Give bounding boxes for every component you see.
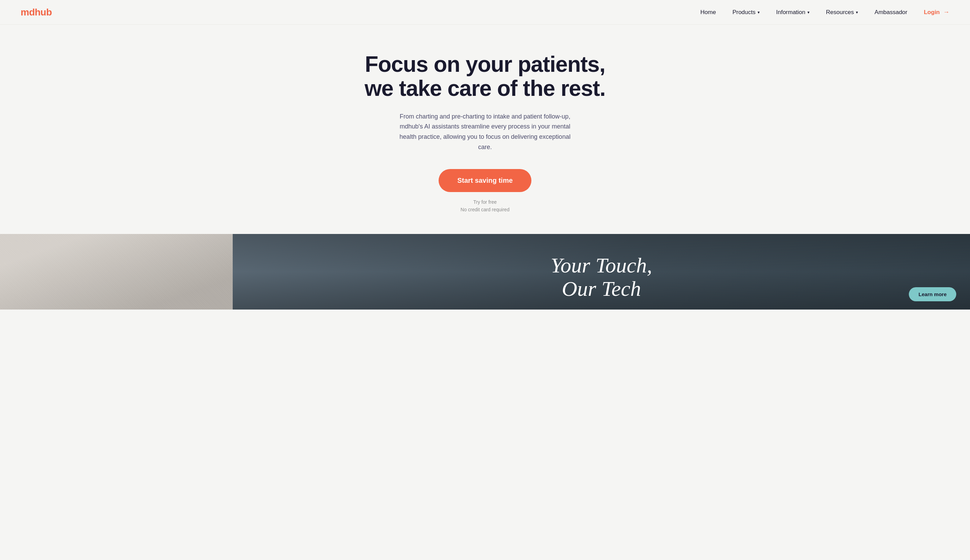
bottom-section: Your Touch, Our Tech Learn more	[0, 234, 970, 310]
hero-section: Focus on your patients, we take care of …	[0, 25, 970, 234]
arrow-right-icon: →	[943, 8, 949, 16]
nav-item-information[interactable]: Information ▾	[776, 9, 810, 16]
chevron-down-icon: ▾	[807, 10, 810, 15]
chevron-down-icon: ▾	[856, 10, 858, 15]
bottom-left-texture	[0, 234, 233, 310]
nav-ambassador-label: Ambassador	[875, 9, 907, 16]
logo[interactable]: mdhub	[21, 7, 52, 18]
bottom-right-image: Your Touch, Our Tech Learn more	[233, 234, 970, 310]
nav-links: Home Products ▾ Information ▾ Resources …	[701, 8, 949, 16]
bottom-title-line2: Our Tech	[562, 277, 641, 300]
nav-home-label: Home	[701, 9, 716, 16]
nav-item-products[interactable]: Products ▾	[733, 9, 760, 16]
hero-title: Focus on your patients, we take care of …	[365, 52, 606, 101]
login-button[interactable]: Login →	[924, 8, 949, 16]
bottom-title-line1: Your Touch,	[551, 253, 652, 277]
nav-item-home[interactable]: Home	[701, 9, 716, 16]
nav-item-ambassador[interactable]: Ambassador	[875, 9, 907, 16]
nav-item-resources[interactable]: Resources ▾	[826, 9, 858, 16]
chevron-down-icon: ▾	[758, 10, 760, 15]
nav-information-label: Information	[776, 9, 805, 16]
nav-products-label: Products	[733, 9, 756, 16]
hero-title-line1: Focus on your patients,	[365, 52, 605, 77]
cta-button[interactable]: Start saving time	[439, 169, 531, 192]
hero-title-line2: we take care of the rest.	[365, 76, 606, 101]
nav-resources-label: Resources	[826, 9, 854, 16]
hero-note: Try for free No credit card required	[461, 198, 509, 214]
login-label: Login	[924, 9, 940, 16]
hero-note-line1: Try for free	[461, 198, 509, 206]
navbar: mdhub Home Products ▾ Information ▾ Reso…	[0, 0, 970, 25]
hero-subtitle: From charting and pre-charting to intake…	[392, 112, 578, 153]
bottom-overlay: Your Touch, Our Tech	[551, 253, 652, 300]
bottom-left-image	[0, 234, 233, 310]
hero-note-line2: No credit card required	[461, 206, 509, 213]
learn-more-badge[interactable]: Learn more	[909, 287, 956, 301]
